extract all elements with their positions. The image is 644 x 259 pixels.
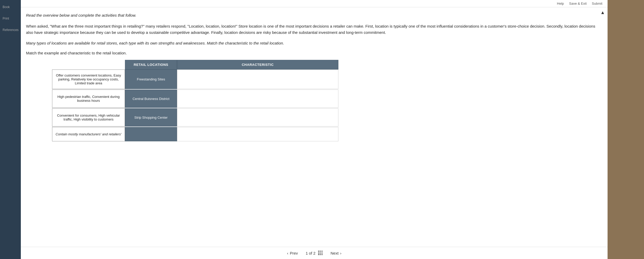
save-exit-button[interactable]: Save & Exit	[569, 2, 586, 5]
main-content: Help Save & Exit Submit ▲ Read the overv…	[21, 0, 608, 259]
characteristic-cell-4: Contain mostly manufacturers' and retail…	[52, 127, 125, 141]
location-cell-3: Strip Shopping Center	[125, 108, 177, 127]
location-cell-2: Central Buisness District	[125, 90, 177, 108]
sidebar-item-print[interactable]: Print	[3, 17, 9, 20]
characteristic-cell-3: Convenient for consumers, High vehicular…	[52, 108, 125, 127]
location-cell-1: Freestanding Sites	[125, 70, 177, 89]
table-row: Offer customers convenient locations, Ea…	[52, 70, 338, 89]
content-area: ▲ Read the overview below and complete t…	[21, 7, 608, 247]
instruction-text-2: Many types of locations are available fo…	[26, 40, 597, 46]
col1-header: RETAIL LOCATIONS	[125, 60, 177, 70]
col2-header: CHARACTERISTIC	[177, 60, 338, 70]
table-row-partial: Contain mostly manufacturers' and retail…	[52, 127, 338, 141]
scroll-up-indicator[interactable]: ▲	[600, 10, 605, 15]
location-cell-4	[125, 127, 177, 141]
page-number: 1 of 2	[306, 251, 315, 255]
grid-view-icon[interactable]	[318, 251, 323, 255]
right-decorative-panel	[608, 0, 644, 259]
submit-button[interactable]: Submit	[592, 2, 602, 5]
match-prompt: Match the example and characteristic to …	[26, 51, 597, 55]
sidebar-item-references[interactable]: References	[3, 28, 18, 32]
help-button[interactable]: Help	[557, 2, 564, 5]
matching-table: RETAIL LOCATIONS CHARACTERISTIC Offer cu…	[52, 60, 338, 141]
top-bar: Help Save & Exit Submit	[21, 0, 608, 7]
page-info: 1 of 2	[306, 251, 323, 255]
bottom-nav: ‹ Prev 1 of 2 Next ›	[21, 247, 608, 259]
sidebar: Book Print References	[0, 0, 21, 259]
characteristic-cell-2: High pedestrian traffic, Convenient duri…	[52, 90, 125, 108]
answer-cell-4[interactable]	[177, 127, 338, 141]
table-row: High pedestrian traffic, Convenient duri…	[52, 90, 338, 108]
next-button[interactable]: Next ›	[331, 251, 342, 255]
prev-chevron-icon: ‹	[287, 251, 288, 255]
body-paragraph: When asked, "What are the three most imp…	[26, 23, 597, 36]
prev-button[interactable]: ‹ Prev	[287, 251, 298, 255]
table-row: Convenient for consumers, High vehicular…	[52, 108, 338, 127]
next-chevron-icon: ›	[340, 251, 342, 255]
instruction-text-1: Read the overview below and complete the…	[26, 12, 597, 18]
sidebar-item-book[interactable]: Book	[3, 5, 10, 9]
answer-cell-1[interactable]	[177, 70, 338, 89]
table-header: RETAIL LOCATIONS CHARACTERISTIC	[125, 60, 338, 70]
answer-cell-3[interactable]	[177, 108, 338, 127]
answer-cell-2[interactable]	[177, 90, 338, 108]
characteristic-cell-1: Offer customers convenient locations, Ea…	[52, 70, 125, 89]
